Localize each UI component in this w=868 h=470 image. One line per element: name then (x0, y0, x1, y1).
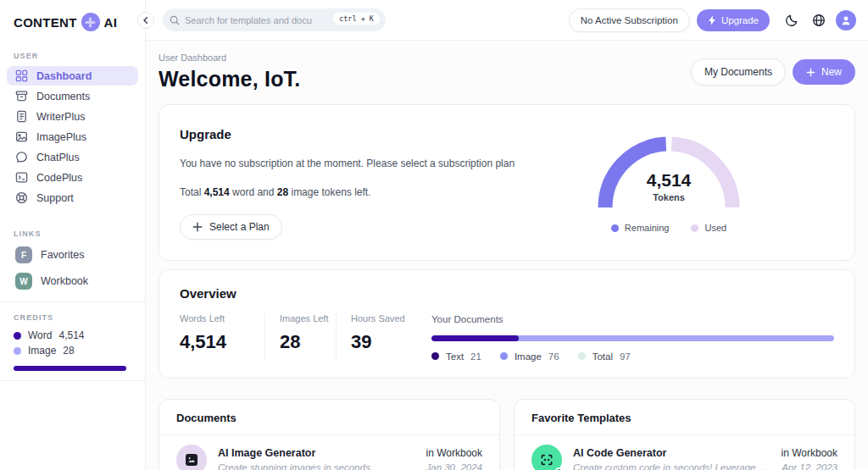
tokens-gauge: 4,514 Tokens Remaining Used (588, 127, 749, 240)
gauge-center-label: 4,514 Tokens (588, 170, 749, 202)
language-selector[interactable] (809, 10, 829, 30)
sidebar-divider (0, 301, 145, 302)
select-plan-button[interactable]: Select a Plan (180, 214, 282, 240)
document-item-location: in Workbook (426, 447, 482, 459)
documents-card: Documents AI Image Generator Create stun… (159, 399, 500, 470)
documents-progress-fill (431, 335, 519, 341)
credit-image-row: Image 28 (0, 343, 145, 358)
sidebar: CONTENT AI USER Dashboard Documents Writ… (0, 0, 146, 470)
dashboard-grid-icon (15, 69, 28, 82)
sidebar-collapse-button[interactable] (137, 12, 154, 29)
sidebar-section-credits: CREDITS (0, 312, 145, 328)
sidebar-item-label: Dashboard (36, 70, 92, 82)
upgrade-card: Upgrade You have no subscription at the … (159, 104, 855, 261)
image-generator-icon (185, 453, 198, 467)
legend-image: Image 76 (500, 351, 559, 362)
upgrade-card-body: You have no subscription at the moment. … (180, 156, 515, 172)
documents-card-title: Documents (159, 400, 499, 435)
sidebar-item-writerplus[interactable]: WriterPlus (7, 107, 138, 126)
tokens-summary: Total 4,514 word and 28 image tokens lef… (180, 186, 515, 198)
dark-mode-toggle[interactable] (782, 10, 802, 30)
favorite-templates-title: Favorite Templates (515, 400, 854, 435)
user-icon (840, 14, 852, 26)
sidebar-link-label: Favorites (41, 249, 84, 261)
search-icon (170, 15, 180, 25)
legend-remaining: Remaining (611, 223, 670, 233)
topbar: ctrl + K No Active Subscription Upgrade (146, 0, 868, 41)
credits-progress-bar (14, 366, 126, 371)
remaining-dot (611, 224, 619, 232)
documents-progress-bar (431, 335, 834, 341)
online-status-dot (555, 467, 563, 470)
document-item-title: AI Image Generator (218, 447, 415, 459)
brand-plus-icon (81, 13, 100, 31)
gauge-legend: Remaining Used (611, 223, 726, 233)
gauge-value: 4,514 (588, 170, 749, 191)
documents-legend: Text 21 Image 76 Total 97 (431, 351, 834, 362)
my-documents-button[interactable]: My Documents (691, 58, 786, 86)
plus-icon (192, 222, 203, 232)
template-list-item[interactable]: AI Code Generator Create custom code in … (515, 435, 854, 470)
image-generator-avatar (176, 445, 207, 470)
credit-label: Word (28, 329, 52, 341)
subscription-status-badge: No Active Subscription (569, 8, 690, 32)
favorite-templates-card: Favorite Templates AI Code Generator Cre… (514, 399, 855, 470)
word-tokens-value: 4,514 (204, 186, 230, 198)
credit-label: Image (28, 345, 56, 357)
template-item-description: Create custom code in seconds! Leverage … (573, 462, 771, 470)
upgrade-card-title: Upgrade (180, 127, 515, 141)
sidebar-link-label: Workbook (41, 275, 88, 287)
upgrade-button-label: Upgrade (721, 15, 759, 25)
sidebar-item-label: WriterPlus (36, 111, 85, 123)
stat-words-left: Words Left 4,514 (180, 313, 264, 362)
overview-title: Overview (180, 286, 834, 301)
image-icon (15, 130, 28, 143)
terminal-icon (15, 171, 28, 184)
moon-icon (785, 14, 798, 27)
sidebar-item-documents[interactable]: Documents (7, 86, 138, 106)
document-item-meta: in Workbook Jan 30, 2024 (426, 447, 482, 470)
used-dot (691, 224, 698, 232)
sidebar-item-support[interactable]: Support (7, 188, 138, 207)
sidebar-link-favorites[interactable]: F Favorites (7, 244, 138, 266)
chevron-left-icon (142, 16, 150, 25)
search-bar[interactable]: ctrl + K (163, 8, 386, 31)
sidebar-link-workbook[interactable]: W Workbook (7, 270, 138, 292)
user-avatar[interactable] (836, 10, 856, 30)
template-item-date: Apr 12, 2023 (782, 462, 837, 470)
template-item-text: AI Code Generator Create custom code in … (573, 447, 771, 470)
new-button-label: New (821, 66, 842, 78)
your-documents-chart: Your Documents Text 21 Image (431, 313, 834, 362)
sidebar-item-imageplus[interactable]: ImagePlus (7, 127, 138, 147)
globe-icon (812, 14, 826, 27)
sidebar-item-dashboard[interactable]: Dashboard (7, 66, 138, 86)
overview-card: Overview Words Left 4,514 Images Left 28… (159, 269, 855, 379)
document-item-date: Jan 30, 2024 (426, 462, 482, 470)
image-dot (500, 352, 508, 360)
sidebar-item-label: ImagePlus (36, 131, 86, 143)
credit-word-row: Word 4,514 (0, 328, 145, 343)
document-list-item[interactable]: AI Image Generator Create stunning image… (159, 435, 499, 470)
sidebar-item-label: Documents (36, 91, 90, 102)
main-content: User Dashboard Welcome, IoT. My Document… (146, 41, 868, 470)
search-input[interactable] (185, 15, 312, 25)
image-credit-dot (14, 347, 21, 355)
gauge-unit: Tokens (588, 192, 749, 202)
template-item-location: in Workbook (782, 447, 837, 459)
sidebar-section-user: USER (0, 41, 145, 66)
template-item-title: AI Code Generator (573, 447, 771, 459)
sidebar-item-label: ChatPlus (36, 152, 80, 163)
keyboard-shortcut-badge: ctrl + K (333, 13, 380, 25)
stat-hours-saved: Hours Saved 39 (336, 313, 416, 362)
your-documents-label: Your Documents (431, 314, 834, 324)
page-header: User Dashboard Welcome, IoT. My Document… (159, 53, 855, 91)
app-window: CONTENT AI USER Dashboard Documents Writ… (0, 0, 868, 470)
sidebar-item-chatplus[interactable]: ChatPlus (7, 147, 138, 167)
sidebar-item-label: Support (36, 192, 74, 204)
text-dot (431, 352, 439, 360)
sidebar-item-codeplus[interactable]: CodePlus (7, 168, 138, 187)
new-button[interactable]: New (793, 59, 855, 85)
sidebar-item-label: CodePlus (36, 172, 82, 184)
document-item-text: AI Image Generator Create stunning image… (218, 447, 415, 470)
upgrade-button[interactable]: Upgrade (697, 9, 770, 31)
